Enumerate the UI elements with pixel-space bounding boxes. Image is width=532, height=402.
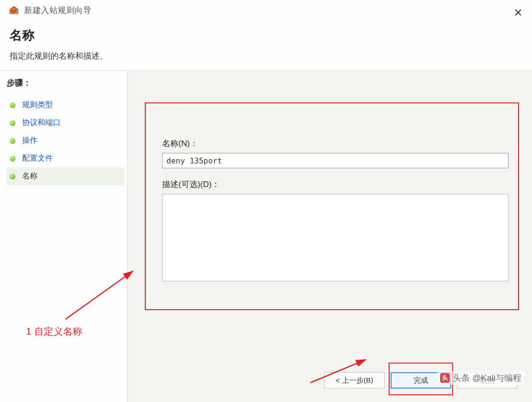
back-button-label: < 上一步(B) xyxy=(336,376,373,385)
step-label: 协议和端口 xyxy=(22,118,61,128)
firewall-icon xyxy=(9,5,19,15)
step-protocol-port[interactable]: 协议和端口 xyxy=(7,114,124,132)
page-subtitle: 指定此规则的名称和描述。 xyxy=(10,50,522,62)
titlebar: 新建入站规则向导 xyxy=(0,0,532,20)
finish-button-label: 完成 xyxy=(414,376,428,385)
steps-label: 步骤： xyxy=(7,77,127,88)
bullet-icon xyxy=(10,174,15,179)
step-label: 规则类型 xyxy=(22,100,53,110)
window-title: 新建入站规则向导 xyxy=(24,5,91,16)
page-heading: 名称 xyxy=(10,27,522,44)
watermark-icon: 头 xyxy=(440,373,450,383)
wizard-body: 步骤： 规则类型 协议和端口 操作 配置文件 名称 名称(N)： 描述(可选)(… xyxy=(0,71,532,402)
step-name[interactable]: 名称 xyxy=(7,167,124,185)
step-rule-type[interactable]: 规则类型 xyxy=(7,96,124,114)
annotation-text-1: 1 自定义名称 xyxy=(26,325,82,338)
bullet-icon xyxy=(10,138,15,144)
bullet-icon xyxy=(10,120,15,126)
description-label: 描述(可选)(D)： xyxy=(162,179,508,190)
back-button[interactable]: < 上一步(B) xyxy=(324,372,385,389)
step-label: 配置文件 xyxy=(22,153,53,163)
watermark: 头 头条 @Kali与编程 xyxy=(437,371,524,385)
step-action[interactable]: 操作 xyxy=(7,132,124,150)
main-panel: 名称(N)： 描述(可选)(D)： xyxy=(127,71,532,402)
svg-rect-2 xyxy=(12,12,14,13)
steps-sidebar: 步骤： 规则类型 协议和端口 操作 配置文件 名称 xyxy=(0,71,127,402)
form-area: 名称(N)： 描述(可选)(D)： xyxy=(162,138,508,283)
svg-rect-0 xyxy=(11,10,13,12)
svg-rect-1 xyxy=(14,10,16,12)
step-label: 操作 xyxy=(22,136,38,146)
close-button[interactable]: ✕ xyxy=(514,7,522,19)
step-label: 名称 xyxy=(22,171,38,181)
name-label: 名称(N)： xyxy=(162,138,508,149)
bullet-icon xyxy=(10,102,15,108)
description-textarea[interactable] xyxy=(162,194,508,281)
step-profile[interactable]: 配置文件 xyxy=(7,150,124,167)
wizard-header: 名称 指定此规则的名称和描述。 xyxy=(0,20,532,71)
watermark-text: 头条 @Kali与编程 xyxy=(453,372,521,384)
name-input[interactable] xyxy=(162,153,508,168)
bullet-icon xyxy=(10,156,15,162)
